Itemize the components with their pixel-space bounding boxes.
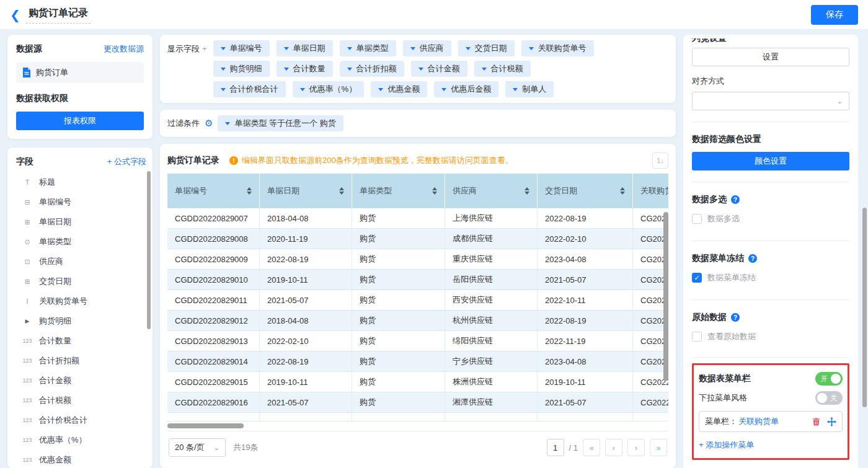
- divider: [692, 241, 849, 241]
- display-field-tag[interactable]: 单据类型: [340, 40, 396, 56]
- field-item[interactable]: ⊡供应商: [16, 252, 146, 272]
- menu-freeze-checkbox-row[interactable]: ✓ 数据菜单冻结: [692, 272, 849, 283]
- checkbox-unchecked-icon[interactable]: [692, 332, 702, 342]
- menubar-toggle-on[interactable]: 开: [815, 372, 843, 386]
- save-button[interactable]: 保存: [811, 5, 858, 25]
- field-item[interactable]: 123合计价税合计: [16, 410, 146, 430]
- checkbox-unchecked-icon[interactable]: [692, 214, 702, 224]
- column-header[interactable]: 单据日期: [260, 174, 352, 208]
- display-field-tag[interactable]: 供应商: [403, 40, 451, 56]
- field-item[interactable]: 123合计金额: [16, 371, 146, 391]
- menubar-item-value[interactable]: 关联购货单: [738, 416, 779, 427]
- help-icon[interactable]: ?: [748, 254, 757, 263]
- table-row[interactable]: CGDD202208290152019-10-11购货株洲供应链2019-10-…: [167, 372, 668, 392]
- field-item[interactable]: 123合计数量: [16, 331, 146, 351]
- display-field-tag[interactable]: 合计税额: [474, 61, 531, 77]
- table-cell: 岳阳供应链: [445, 270, 538, 290]
- back-chevron-icon[interactable]: ❮: [10, 9, 26, 21]
- table-row[interactable]: CGDD202208290102019-10-11购货岳阳供应链2021-05-…: [167, 270, 668, 290]
- display-field-tag[interactable]: 单据编号: [213, 40, 270, 56]
- column-header[interactable]: 供应商: [445, 174, 538, 208]
- multi-select-checkbox-row[interactable]: 数据多选: [692, 213, 849, 224]
- table-horizontal-scrollbar-thumb[interactable]: [167, 423, 244, 428]
- checkbox-checked-icon[interactable]: ✓: [692, 273, 702, 283]
- align-select[interactable]: ⌄: [692, 92, 849, 110]
- table-row[interactable]: CGDD202208290082020-11-19购货成都供应链2022-02-…: [167, 229, 668, 249]
- sort-arrows-icon[interactable]: [339, 187, 344, 195]
- column-header-label: 关联购货: [640, 185, 668, 196]
- display-field-tag[interactable]: 购货明细: [213, 61, 270, 77]
- field-item[interactable]: ⊞交货日期: [16, 272, 146, 291]
- table-row[interactable]: CGDD202208290162021-05-07购货湘潭供应链2021-05-…: [167, 392, 668, 413]
- datasource-item[interactable]: 购货订单: [16, 62, 144, 83]
- column-header[interactable]: 单据类型: [352, 174, 445, 208]
- sort-arrows-icon[interactable]: [525, 187, 529, 195]
- table-row[interactable]: CGDD202208290142022-08-19购货宁乡供应链2023-04-…: [167, 351, 668, 372]
- display-field-tag[interactable]: 合计金额: [411, 61, 467, 77]
- field-item[interactable]: ⊟单据编号: [16, 192, 146, 212]
- table-row[interactable]: CGDD202208290112021-05-07购货西安供应链2022-10-…: [167, 290, 668, 311]
- column-header[interactable]: 单据编号: [167, 174, 260, 208]
- table-vertical-scrollbar-thumb[interactable]: [663, 212, 668, 381]
- color-settings-button[interactable]: 颜色设置: [692, 152, 849, 170]
- display-field-tag[interactable]: 优惠后金额: [434, 81, 498, 97]
- table-row[interactable]: CGDD202208290072018-04-08购货上海供应链2022-08-…: [167, 208, 668, 229]
- sort-order-button[interactable]: 1↓: [652, 152, 668, 169]
- display-field-tag[interactable]: 合计折扣额: [340, 61, 404, 77]
- help-icon[interactable]: ?: [731, 195, 740, 204]
- display-field-tag[interactable]: 优惠率（%）: [293, 81, 365, 97]
- prev-page-button[interactable]: ‹: [605, 439, 622, 456]
- column-header[interactable]: 关联购货: [633, 174, 668, 208]
- table-row[interactable]: CGDD202208290122018-04-08购货杭州供应链2022-08-…: [167, 311, 668, 331]
- next-page-button[interactable]: ›: [627, 439, 645, 456]
- field-item[interactable]: 123优惠金额: [16, 450, 146, 468]
- field-item[interactable]: ⊞单据日期: [16, 212, 146, 232]
- sort-arrows-icon[interactable]: [620, 187, 625, 195]
- page-number-input[interactable]: [547, 439, 564, 456]
- display-field-tag[interactable]: 交货日期: [458, 40, 515, 56]
- raw-data-checkbox-row[interactable]: 查看原始数据: [692, 331, 849, 342]
- chevron-down-icon: ⌄: [837, 97, 843, 105]
- page-size-select[interactable]: 20 条/页 ⌄: [169, 438, 226, 457]
- field-item[interactable]: 123合计折扣额: [16, 351, 146, 371]
- window-scrollbar-thumb[interactable]: [862, 208, 867, 407]
- column-header[interactable]: 交货日期: [538, 174, 633, 208]
- filter-condition-tag[interactable]: 单据类型 等于任意一个 购货: [218, 115, 343, 131]
- field-item[interactable]: ⊙单据类型: [16, 232, 146, 252]
- display-field-tag[interactable]: 制单人: [505, 81, 554, 97]
- field-item[interactable]: 123合计税额: [16, 391, 146, 410]
- sort-arrows-icon[interactable]: [247, 187, 252, 195]
- trash-icon[interactable]: [812, 417, 821, 426]
- settings-button[interactable]: 设置: [692, 48, 849, 66]
- add-formula-field-link[interactable]: + 公式字段: [107, 156, 146, 167]
- field-item[interactable]: 123优惠率（%）: [16, 430, 146, 450]
- last-page-button[interactable]: »: [650, 439, 667, 456]
- fields-scrollbar-thumb[interactable]: [147, 171, 151, 329]
- field-item[interactable]: I关联购货单号: [16, 291, 146, 311]
- display-field-tag[interactable]: 关联购货单号: [521, 40, 594, 56]
- main-panel: 显示字段+ 单据编号单据日期单据类型供应商交货日期关联购货单号购货明细合计数量合…: [160, 35, 676, 468]
- display-field-tag[interactable]: 合计价税合计: [213, 81, 286, 97]
- menubar-item-row[interactable]: 菜单栏： 关联购货单: [699, 411, 843, 432]
- table-row[interactable]: CGDD202208290132022-02-10购货绵阳供应链2022-11-…: [167, 331, 668, 351]
- multi-select-title: 数据多选: [692, 194, 727, 205]
- field-item[interactable]: ▶购货明细: [16, 311, 146, 331]
- report-permission-button[interactable]: 报表权限: [16, 112, 144, 130]
- display-field-tag[interactable]: 单据日期: [277, 40, 333, 56]
- table-row[interactable]: CGDD202208290092022-08-19购货重庆供应链2023-04-…: [167, 249, 668, 270]
- sort-arrows-icon[interactable]: [432, 187, 437, 195]
- add-action-menu-link[interactable]: + 添加操作菜单: [699, 439, 843, 451]
- dropdown-style-toggle-off[interactable]: 关: [815, 391, 843, 405]
- display-field-tag[interactable]: 优惠金额: [371, 81, 427, 97]
- display-field-tag[interactable]: 合计数量: [277, 61, 333, 77]
- field-item[interactable]: T标题: [16, 172, 146, 192]
- change-datasource-link[interactable]: 更改数据源: [104, 43, 144, 55]
- table-cell: 上海供应链: [445, 208, 538, 229]
- gear-icon[interactable]: ⚙: [205, 118, 213, 129]
- first-page-button[interactable]: «: [583, 439, 600, 456]
- table-cell: 2018-04-08: [260, 311, 352, 331]
- move-icon[interactable]: [827, 417, 836, 426]
- help-icon[interactable]: ?: [731, 313, 740, 322]
- raw-data-checkbox-label: 查看原始数据: [707, 331, 756, 342]
- add-display-field-button[interactable]: +: [202, 44, 207, 53]
